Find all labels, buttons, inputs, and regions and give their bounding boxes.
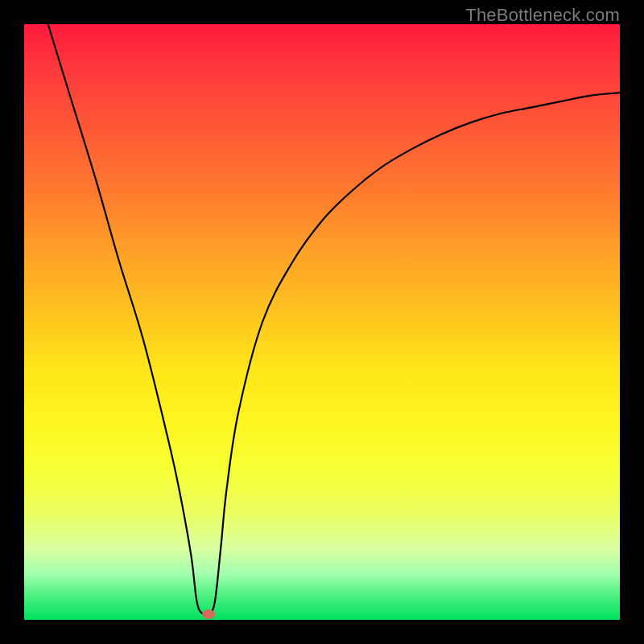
chart-frame: TheBottleneck.com <box>0 0 644 644</box>
attribution-text: TheBottleneck.com <box>465 5 620 26</box>
bottleneck-curve <box>24 24 620 620</box>
plot-area <box>24 24 620 620</box>
curve-minimum-marker <box>202 609 215 619</box>
